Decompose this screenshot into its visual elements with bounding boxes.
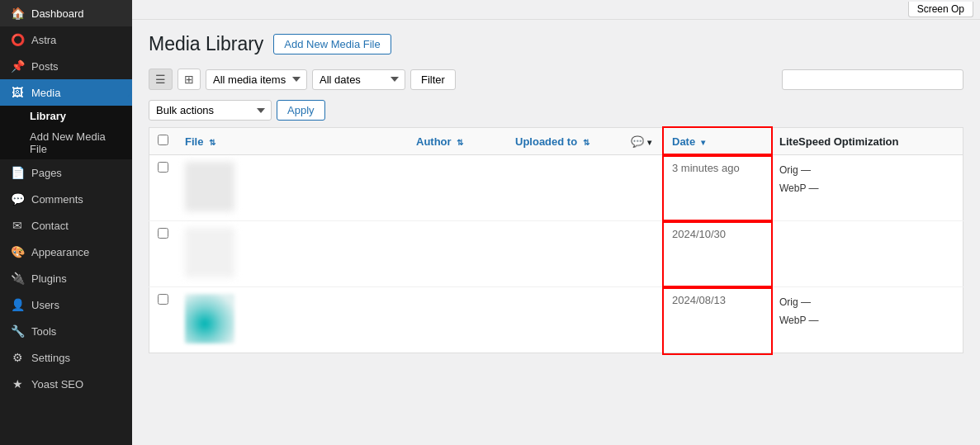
comment-sort-icon: ▾ [647,138,651,147]
col-header-author[interactable]: Author ⇅ [408,128,507,155]
contact-icon: ✉ [10,219,25,232]
sidebar-item-contact[interactable]: ✉ Contact [0,212,132,239]
date-sort-icon: ▾ [701,138,705,147]
row-litespeed-cell: Orig — WebP — [771,155,963,221]
pages-icon: 📄 [10,166,25,179]
author-sort-icon: ⇅ [457,138,463,147]
row-checkbox[interactable] [158,228,168,239]
row-check-cell [149,155,178,221]
row-uploaded-cell [507,155,623,221]
row-author-cell [408,155,507,221]
row-checkbox[interactable] [158,294,168,305]
sidebar-sub-library[interactable]: Library [0,106,132,126]
screen-options-bar: Screen Op [132,0,980,20]
row-file-cell [177,221,408,287]
sidebar-item-media[interactable]: 🖼 Media [0,79,132,106]
main-content: Screen Op Media Library Add New Media Fi… [132,0,980,445]
row-comment-cell [623,287,664,353]
sidebar-item-comments[interactable]: 💬 Comments [0,186,132,212]
date-value: 3 minutes ago [672,162,740,174]
yoast-icon: ★ [10,377,25,391]
screen-options-button[interactable]: Screen Op [908,2,973,17]
sidebar-item-astra[interactable]: ⭕ Astra [0,26,132,53]
users-icon: 👤 [10,298,25,311]
search-input[interactable] [782,69,963,90]
row-author-cell [408,221,507,287]
sidebar-item-label: Contact [31,220,69,232]
date-value: 2024/10/30 [672,228,726,240]
row-uploaded-cell [507,221,623,287]
row-date-cell: 3 minutes ago [664,155,771,221]
sidebar-item-dashboard[interactable]: 🏠 Dashboard [0,0,132,26]
comment-icon: 💬 [631,135,644,148]
col-header-file[interactable]: File ⇅ [177,128,408,155]
apply-button[interactable]: Apply [277,100,325,121]
page-title: Media Library [149,33,263,55]
bulk-actions-select[interactable]: Bulk actions Delete Permanently [149,100,272,121]
sidebar-item-pages[interactable]: 📄 Pages [0,159,132,186]
sidebar-item-tools[interactable]: 🔧 Tools [0,318,132,344]
date-filter[interactable]: All dates October 2024 August 2024 [312,69,405,90]
page-body: Media Library Add New Media File ☰ ⊞ All… [132,20,980,445]
sidebar-item-label: Media [31,87,60,99]
sidebar-item-users[interactable]: 👤 Users [0,291,132,318]
col-header-check [149,128,178,155]
col-header-date[interactable]: Date ▾ [664,128,771,155]
media-table: File ⇅ Author ⇅ Uploaded to ⇅ 💬 ▾ [149,127,963,353]
settings-icon: ⚙ [10,351,25,364]
sidebar-item-label: Pages [31,167,62,179]
list-view-icon: ☰ [155,73,166,86]
row-author-cell [408,287,507,353]
active-arrow [127,88,132,97]
row-comment-cell [623,221,664,287]
sidebar-item-label: Dashboard [31,7,84,20]
filter-button[interactable]: Filter [410,69,456,90]
uploaded-sort-icon: ⇅ [583,138,589,147]
sidebar-item-plugins[interactable]: 🔌 Plugins [0,265,132,291]
sidebar-item-settings[interactable]: ⚙ Settings [0,344,132,371]
thumbnail [185,294,234,343]
sidebar: 🏠 Dashboard ⭕ Astra 📌 Posts 🖼 Media Libr… [0,0,132,445]
media-type-filter[interactable]: All media items Images Audio Video Docum… [206,69,307,90]
thumbnail [185,228,234,277]
sidebar-item-yoast[interactable]: ★ Yoast SEO [0,371,132,397]
date-value: 2024/08/13 [672,294,726,306]
table-row: 3 minutes ago Orig — WebP — [149,155,963,221]
col-header-uploaded[interactable]: Uploaded to ⇅ [507,128,623,155]
col-header-litespeed: LiteSpeed Optimization [771,128,963,155]
litespeed-orig: Orig — [779,294,954,312]
sidebar-item-label: Appearance [31,246,89,258]
plugins-icon: 🔌 [10,272,25,285]
row-file-cell [177,287,408,353]
tools-icon: 🔧 [10,324,25,338]
row-date-cell: 2024/08/13 [664,287,771,353]
sidebar-item-label: Users [31,299,59,311]
list-view-button[interactable]: ☰ [149,69,173,90]
astra-icon: ⭕ [10,33,25,46]
sidebar-item-label: Tools [31,325,56,338]
litespeed-webp: WebP — [779,312,954,330]
select-all-checkbox[interactable] [158,135,168,145]
dashboard-icon: 🏠 [10,7,25,20]
grid-view-button[interactable]: ⊞ [178,69,201,90]
add-new-media-button[interactable]: Add New Media File [273,34,391,54]
row-check-cell [149,221,178,287]
sidebar-item-label: Plugins [31,272,67,285]
row-litespeed-cell [771,221,963,287]
col-header-comment: 💬 ▾ [623,128,664,155]
row-checkbox[interactable] [158,162,168,173]
row-check-cell [149,287,178,353]
row-date-cell: 2024/10/30 [664,221,771,287]
sidebar-item-label: Yoast SEO [31,378,83,391]
sidebar-item-posts[interactable]: 📌 Posts [0,53,132,79]
thumbnail [185,162,234,211]
table-row: 2024/08/13 Orig — WebP — [149,287,963,353]
bulk-actions-bar: Bulk actions Delete Permanently Apply [149,100,963,121]
file-sort-icon: ⇅ [209,138,215,147]
sidebar-sub-add-new[interactable]: Add New Media File [0,126,132,159]
row-litespeed-cell: Orig — WebP — [771,287,963,353]
grid-view-icon: ⊞ [184,73,194,86]
sidebar-item-label: Astra [31,34,56,46]
sidebar-item-appearance[interactable]: 🎨 Appearance [0,239,132,265]
litespeed-webp: WebP — [779,180,954,198]
